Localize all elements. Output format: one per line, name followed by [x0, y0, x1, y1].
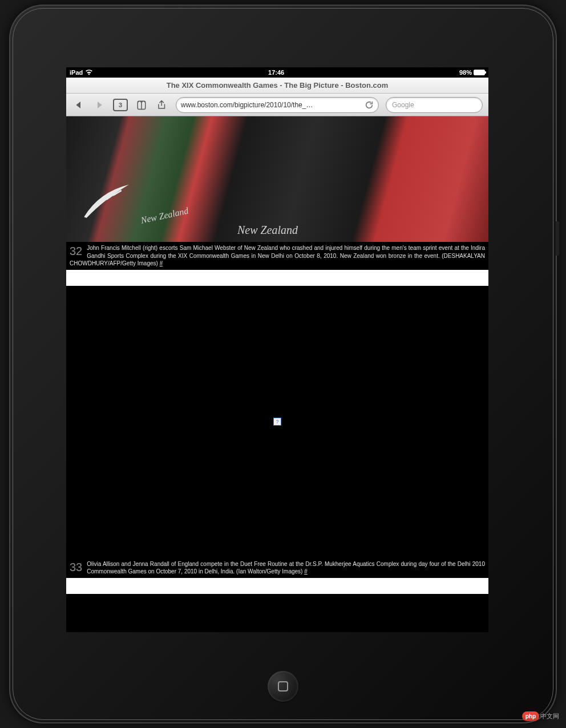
- battery-percent-label: 98%: [459, 69, 472, 76]
- watermark-badge: php: [522, 711, 539, 721]
- bookmarks-button[interactable]: [135, 98, 148, 112]
- jersey-text-2: New Zealand: [237, 224, 298, 237]
- browser-toolbar: 3 www.boston.com/bigpicture/2010/10/the_…: [66, 94, 488, 116]
- photo-gap: [66, 578, 488, 594]
- search-placeholder: Google: [392, 101, 414, 109]
- status-right: 98%: [459, 69, 485, 76]
- page-content[interactable]: New Zealand New Zealand 32 John Francis …: [66, 116, 488, 632]
- caption-text: John Francis Mitchell (right) escorts Sa…: [70, 245, 485, 266]
- back-icon: [74, 100, 84, 110]
- share-button[interactable]: [155, 98, 169, 112]
- page-title-bar: The XIX Commonwealth Games - The Big Pic…: [66, 78, 488, 94]
- ipad-screen: iPad 17:46 98% The XIX Commonwealth Game…: [66, 67, 488, 632]
- ipad-device-frame: iPad 17:46 98% The XIX Commonwealth Game…: [9, 5, 557, 723]
- back-button[interactable]: [72, 98, 86, 112]
- watermark: php 中文网: [522, 711, 559, 721]
- caption-permalink[interactable]: #: [160, 260, 163, 266]
- status-bar: iPad 17:46 98%: [66, 67, 488, 78]
- fern-logo-icon: [78, 182, 140, 222]
- search-bar[interactable]: Google: [386, 97, 483, 113]
- pages-count: 3: [119, 102, 122, 108]
- photo-caption-33: 33 Olivia Allison and Jenna Randall of E…: [66, 558, 488, 578]
- caption-number: 33: [70, 560, 82, 574]
- caption-text: Olivia Allison and Jenna Randall of Engl…: [87, 561, 485, 575]
- wifi-icon: [85, 70, 93, 75]
- forward-icon: [94, 100, 104, 110]
- bookmarks-icon: [136, 100, 147, 110]
- page-title: The XIX Commonwealth Games - The Big Pic…: [167, 81, 389, 90]
- photo-gap: [66, 270, 488, 286]
- article-photo-34: [66, 594, 488, 633]
- ipad-side-button: [556, 221, 559, 256]
- battery-icon: [474, 70, 485, 75]
- carrier-label: iPad: [70, 69, 83, 76]
- home-button[interactable]: [268, 671, 298, 702]
- share-icon: [157, 100, 167, 110]
- caption-number: 32: [70, 244, 82, 258]
- article-photo-32: New Zealand New Zealand: [66, 116, 488, 242]
- pages-button[interactable]: 3: [113, 99, 128, 111]
- home-icon: [278, 681, 288, 691]
- photo-caption-32: 32 John Francis Mitchell (right) escorts…: [66, 242, 488, 270]
- broken-image-icon: ?: [273, 418, 281, 426]
- caption-permalink[interactable]: #: [304, 568, 308, 575]
- article-photo-33: ?: [66, 286, 488, 558]
- url-bar[interactable]: www.boston.com/bigpicture/2010/10/the_…: [176, 97, 379, 113]
- url-text: www.boston.com/bigpicture/2010/10/the_…: [181, 101, 365, 109]
- forward-button[interactable]: [92, 98, 106, 112]
- reload-icon[interactable]: [365, 100, 374, 110]
- clock-label: 17:46: [268, 69, 284, 76]
- watermark-text: 中文网: [540, 712, 559, 721]
- jersey-text-1: New Zealand: [140, 205, 189, 225]
- status-left: iPad: [70, 69, 93, 76]
